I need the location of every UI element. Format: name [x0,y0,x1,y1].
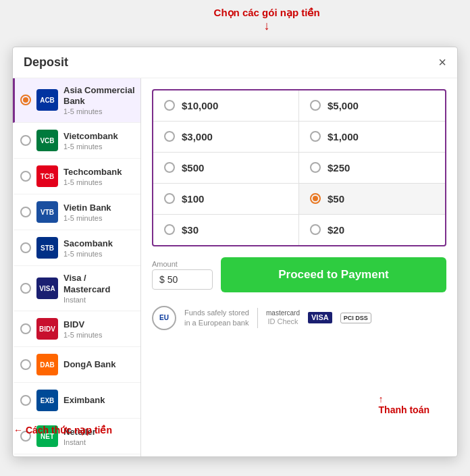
annotation-top-text: Chọn các gói nạp tiền [214,7,320,18]
mastercard-badge: mastercard ID Check [266,309,300,326]
sidebar-item-bidv[interactable]: BIDV BIDV 1-5 minutes [13,311,140,347]
bank-logo-stb: STB [36,237,58,259]
close-button[interactable]: × [438,55,446,69]
bank-radio-acb [20,95,31,105]
annotation-top: Chọn các gói nạp tiền ↓ [214,7,320,33]
bank-logo-vcb: VCB [36,130,58,151]
bank-name-visa: Visa / Mastercard [63,273,135,296]
annotation-bottom-left: ← Cách thức nạp tiền [14,425,112,435]
amount-cell-5[interactable]: $250 [299,153,445,184]
bank-info-vcb: Vietcombank 1-5 minutes [63,131,135,151]
amount-cell-0[interactable]: $10,000 [153,90,299,122]
bank-name-vcb: Vietcombank [63,131,135,142]
amount-value-8: $30 [182,224,199,236]
amount-input[interactable] [167,274,201,285]
bank-info-stb: Sacombank 1-5 minutes [63,238,135,258]
amount-radio-1 [310,100,321,111]
amount-value-5: $250 [328,162,350,174]
bottom-section: Amount $ Proceed to Payment [152,257,446,292]
sidebar-item-donga[interactable]: DAB DongA Bank [13,347,140,383]
bank-radio-vtb [20,207,31,217]
amount-value-9: $20 [328,224,344,236]
bank-name-tcb: Techcombank [63,167,135,178]
modal-header: Deposit × [13,47,457,78]
bank-info-acb: Asia Commercial Bank 1-5 minutes [63,85,135,116]
sidebar-item-visa[interactable]: VISA Visa / Mastercard Instant [13,266,140,311]
bank-time-bidv: 1-5 minutes [63,331,135,339]
amount-radio-3 [310,131,321,142]
pci-label: PCI DSS [344,315,368,321]
bank-info-vtb: Vietin Bank 1-5 minutes [63,203,135,222]
amount-radio-4 [164,162,175,173]
bank-name-acb: Asia Commercial Bank [63,85,135,108]
bank-name-donga: DongA Bank [63,359,135,371]
bank-radio-vcb [20,135,31,146]
bank-info-bidv: BIDV 1-5 minutes [63,319,135,339]
bank-radio-stb [20,242,31,253]
bank-time-neteller: Instant [63,438,135,446]
visa-label: VISA [308,312,332,323]
amount-value-0: $10,000 [182,100,218,111]
outer-wrapper: Chọn các gói nạp tiền ↓ Deposit × ACB As… [0,0,470,476]
bank-name-vtb: Vietin Bank [63,203,135,214]
bank-radio-eximbank [20,395,31,406]
eu-badge: EU [152,306,176,330]
bank-radio-tcb [20,171,31,182]
bank-time-vcb: 1-5 minutes [63,142,135,151]
bank-logo-acb: ACB [36,89,58,111]
sidebar-item-eximbank[interactable]: EXB Eximbank [13,383,140,419]
bank-logo-tcb: TCB [36,165,58,187]
bank-info-visa: Visa / Mastercard Instant [63,273,135,304]
amount-cell-8[interactable]: $30 [153,215,299,245]
amount-radio-0 [164,100,175,111]
amount-cell-4[interactable]: $500 [153,153,299,184]
amount-value-1: $5,000 [328,100,359,111]
trust-text: Funds safely stored in a European bank [184,308,249,327]
sidebar-item-acb[interactable]: ACB Asia Commercial Bank 1-5 minutes [13,78,140,124]
amount-cell-7[interactable]: $50 [299,184,445,215]
bank-sidebar: ACB Asia Commercial Bank 1-5 minutes VCB… [13,78,141,456]
amount-radio-9 [310,224,321,235]
amount-radio-5 [310,162,321,173]
bank-logo-eximbank: EXB [36,390,58,411]
amount-cell-9[interactable]: $20 [299,215,445,245]
bank-logo-visa: VISA [36,277,58,299]
annotation-bottom-right: ↑ Thanh toán [379,394,429,415]
amount-cell-2[interactable]: $3,000 [153,122,299,153]
modal-title: Deposit [24,55,68,70]
amount-cell-3[interactable]: $1,000 [299,122,445,153]
amount-value-3: $1,000 [328,131,359,142]
trust-text-line2: in a European bank [184,318,249,327]
trust-row: EU Funds safely stored in a European ban… [152,303,446,333]
amount-cell-6[interactable]: $100 [153,184,299,215]
sidebar-item-vcb[interactable]: VCB Vietcombank 1-5 minutes [13,123,140,159]
amount-input-group: Amount $ [152,260,213,290]
trust-text-line1: Funds safely stored [184,308,249,317]
bank-radio-visa [20,283,31,294]
currency-symbol: $ [159,274,165,285]
amount-grid: $10,000 $5,000 $3,000 $1,000 $500 $250 $… [152,89,446,246]
amount-label: Amount [152,260,213,268]
sidebar-item-stb[interactable]: STB Sacombank 1-5 minutes [13,230,140,266]
annotation-bottom-right-arrow: ↑ [379,394,384,404]
bank-time-vtb: 1-5 minutes [63,214,135,222]
amount-radio-2 [164,131,175,142]
amount-radio-8 [164,224,175,235]
amount-cell-1[interactable]: $5,000 [299,90,445,122]
proceed-to-payment-button[interactable]: Proceed to Payment [221,257,446,292]
amount-radio-7 [310,193,321,204]
sidebar-item-tcb[interactable]: TCB Techcombank 1-5 minutes [13,159,140,194]
amount-radio-6 [164,193,175,204]
bank-info-donga: DongA Bank [63,359,135,371]
sidebar-item-neteller[interactable]: NET Neteller Instant [13,419,140,454]
bank-radio-donga [20,359,31,370]
bank-radio-bidv [20,323,31,334]
bank-time-acb: 1-5 minutes [63,107,135,115]
bank-logo-donga: DAB [36,354,58,375]
bank-name-stb: Sacombank [63,238,135,250]
arrow-down-icon: ↓ [214,19,320,33]
visa-badge: VISA [308,312,332,323]
sidebar-item-vtb[interactable]: VTB Vietin Bank 1-5 minutes [13,194,140,230]
bank-info-tcb: Techcombank 1-5 minutes [63,167,135,186]
amount-input-row: $ [152,269,213,290]
